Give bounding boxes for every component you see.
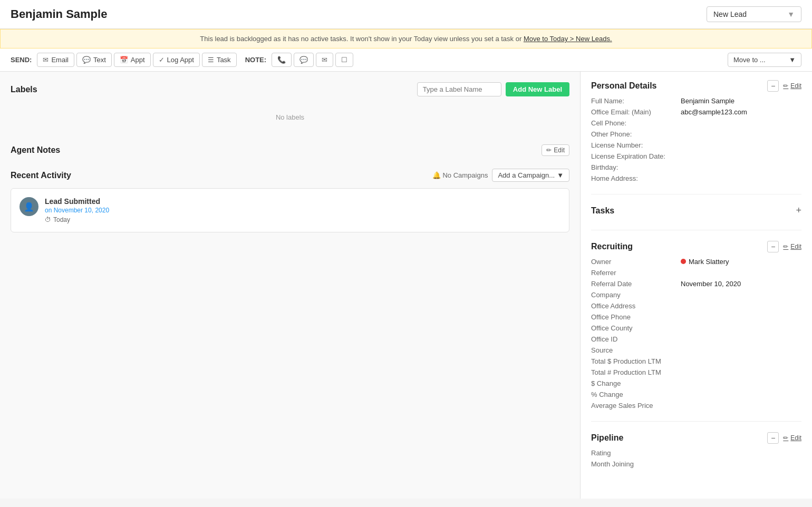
recruiting-edit-button[interactable]: ✏ Edit xyxy=(783,243,801,250)
detail-label-company: Company xyxy=(591,291,681,299)
pipeline-edit-button[interactable]: ✏ Edit xyxy=(783,434,801,442)
status-dropdown[interactable]: New Lead ▼ xyxy=(707,6,801,22)
add-task-button[interactable]: + xyxy=(796,205,801,216)
action-bar: SEND: ✉ Email 💬 Text 📅 Appt ✓ Log Appt ☰… xyxy=(0,48,812,72)
detail-row-full-name: Full Name: Benjamin Sample xyxy=(591,97,801,105)
personal-details-edit-button[interactable]: ✏ Edit xyxy=(783,82,801,90)
detail-label-source: Source xyxy=(591,346,681,354)
recruiting-section-actions: − ✏ Edit xyxy=(767,241,801,252)
labels-section-header: Labels Add New Label xyxy=(11,82,569,96)
owner-dot-icon xyxy=(681,259,686,264)
note-label: NOTE: xyxy=(245,56,266,64)
edit-label: Edit xyxy=(554,147,565,154)
text-button[interactable]: 💬 Text xyxy=(76,53,112,67)
personal-details-fields: Full Name: Benjamin Sample Office Email:… xyxy=(591,97,801,182)
pipeline-edit-icon: ✏ xyxy=(783,434,788,442)
alert-link[interactable]: Move to Today > New Leads. xyxy=(524,35,612,43)
detail-row-company: Company xyxy=(591,291,801,299)
detail-row-cell-phone: Cell Phone: xyxy=(591,119,801,127)
send-label: SEND: xyxy=(11,56,32,64)
recruiting-collapse-button[interactable]: − xyxy=(767,241,779,252)
personal-details-header: Personal Details − ✏ Edit xyxy=(591,80,801,92)
pipeline-section-actions: − ✏ Edit xyxy=(767,432,801,444)
detail-label-month-joining: Month Joining xyxy=(591,460,681,468)
recruiting-section: Recruiting − ✏ Edit Owner Mark Slattery xyxy=(591,241,801,422)
check-icon: ✓ xyxy=(159,56,165,64)
detail-row-office-address: Office Address xyxy=(591,302,801,310)
detail-row-month-joining: Month Joining xyxy=(591,460,801,468)
agent-notes-section: Agent Notes ✏ Edit xyxy=(11,144,569,156)
email-label: Email xyxy=(51,56,69,64)
clock-icon: ⏱ xyxy=(45,216,51,223)
detail-row-owner: Owner Mark Slattery xyxy=(591,258,801,266)
detail-row-office-id: Office ID xyxy=(591,335,801,343)
email-button[interactable]: ✉ Email xyxy=(37,53,74,67)
task-button[interactable]: ☰ Task xyxy=(202,53,237,67)
detail-label-avg-sales-price: Average Sales Price xyxy=(591,402,681,409)
detail-row-home-address: Home Address: xyxy=(591,174,801,182)
detail-label-total-num-production-ltm: Total # Production LTM xyxy=(591,368,681,376)
avatar-icon: 👤 xyxy=(24,202,34,212)
detail-value-full-name: Benjamin Sample xyxy=(681,97,734,105)
tasks-title: Tasks xyxy=(591,206,614,216)
appt-icon: 📅 xyxy=(120,56,128,64)
recent-activity-header: Recent Activity 🔔 No Campaigns Add a Cam… xyxy=(11,169,569,182)
note-general-icon: ☐ xyxy=(341,56,347,64)
detail-row-source: Source xyxy=(591,346,801,354)
detail-row-rating: Rating xyxy=(591,449,801,457)
personal-edit-label: Edit xyxy=(790,82,801,90)
labels-title: Labels xyxy=(11,85,37,94)
note-chat-button[interactable]: 💬 xyxy=(294,53,314,67)
detail-label-referral-date: Referral Date xyxy=(591,280,681,288)
recruiting-edit-label: Edit xyxy=(790,243,801,250)
detail-row-license-number: License Number: xyxy=(591,141,801,149)
edit-icon: ✏ xyxy=(783,82,788,90)
recruiting-fields: Owner Mark Slattery Referrer Referral Da… xyxy=(591,258,801,409)
activity-meta-text: Today xyxy=(53,216,70,223)
detail-label-percent-change: % Change xyxy=(591,391,681,398)
page-title: Benjamin Sample xyxy=(11,7,107,21)
recruiting-edit-icon: ✏ xyxy=(783,243,788,250)
detail-row-license-expiration: License Expiration Date: xyxy=(591,152,801,160)
detail-label-total-production-ltm: Total $ Production LTM xyxy=(591,357,681,365)
add-campaign-label: Add a Campaign... xyxy=(498,171,555,179)
avatar: 👤 xyxy=(20,197,38,216)
detail-row-avg-sales-price: Average Sales Price xyxy=(591,402,801,409)
add-campaign-dropdown[interactable]: Add a Campaign... ▼ xyxy=(492,169,569,182)
add-label-button[interactable]: Add New Label xyxy=(506,82,569,96)
label-controls: Add New Label xyxy=(417,82,569,96)
pipeline-collapse-button[interactable]: − xyxy=(767,432,779,444)
personal-details-collapse-button[interactable]: − xyxy=(767,80,779,92)
recruiting-title: Recruiting xyxy=(591,242,633,251)
detail-value-email: abc@sample123.com xyxy=(681,108,747,116)
pipeline-fields: Rating Month Joining xyxy=(591,449,801,468)
move-to-chevron: ▼ xyxy=(789,56,796,64)
agent-notes-title: Agent Notes xyxy=(11,145,60,155)
detail-row-total-production-ltm: Total $ Production LTM xyxy=(591,357,801,365)
campaign-area: 🔔 No Campaigns Add a Campaign... ▼ xyxy=(432,169,569,182)
note-email-button[interactable]: ✉ xyxy=(316,53,333,67)
move-to-dropdown[interactable]: Move to ... ▼ xyxy=(728,53,801,67)
note-phone-button[interactable]: 📞 xyxy=(272,53,292,67)
recent-activity-section: Recent Activity 🔔 No Campaigns Add a Cam… xyxy=(11,169,569,232)
labels-section: Labels Add New Label No labels xyxy=(11,82,569,132)
agent-notes-header: Agent Notes ✏ Edit xyxy=(11,144,569,156)
label-name-input[interactable] xyxy=(417,82,501,96)
alert-banner: This lead is backlogged as it has no act… xyxy=(0,29,812,48)
detail-label-rating: Rating xyxy=(591,449,681,457)
top-header: Benjamin Sample New Lead ▼ xyxy=(0,0,812,29)
detail-label-dollar-change: $ Change xyxy=(591,379,681,387)
chevron-down-icon: ▼ xyxy=(787,10,795,18)
pipeline-edit-label: Edit xyxy=(790,434,801,442)
detail-row-office-phone: Office Phone xyxy=(591,313,801,321)
detail-label-office-id: Office ID xyxy=(591,335,681,343)
activity-meta: ⏱ Today xyxy=(45,216,560,223)
agent-notes-edit-button[interactable]: ✏ Edit xyxy=(542,144,569,156)
log-appt-button[interactable]: ✓ Log Appt xyxy=(153,53,200,67)
detail-row-percent-change: % Change xyxy=(591,391,801,398)
note-general-button[interactable]: ☐ xyxy=(335,53,353,67)
detail-label-birthday: Birthday: xyxy=(591,163,681,171)
text-icon: 💬 xyxy=(82,56,91,64)
main-content: Labels Add New Label No labels Agent Not… xyxy=(0,72,812,499)
appt-button[interactable]: 📅 Appt xyxy=(114,53,151,67)
